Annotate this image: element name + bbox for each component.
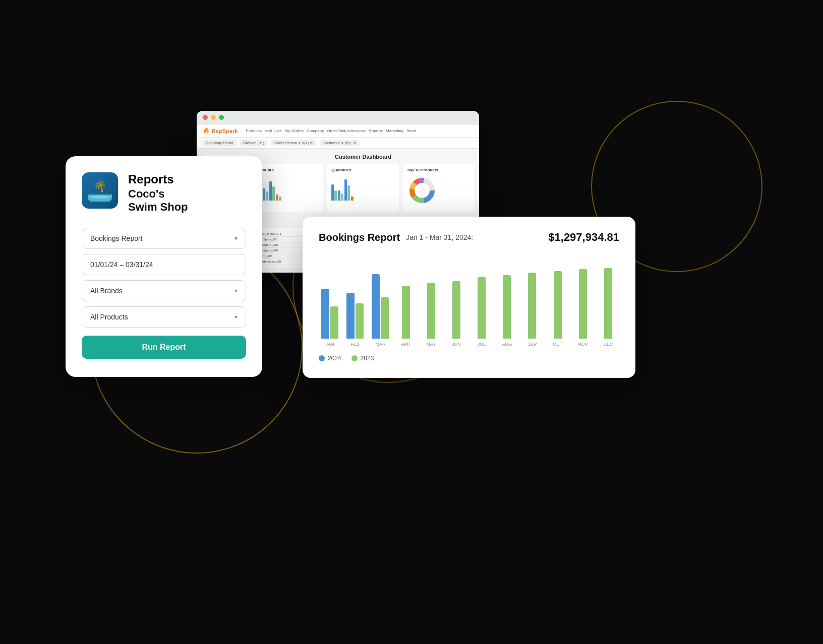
chevron-down-icon-brands: ▾ [234,287,238,294]
nav-company[interactable]: Company [307,128,324,133]
bar-month-label: APR [401,342,410,347]
bar-item [331,184,334,201]
bars-container [579,263,587,339]
bar-2023 [503,275,511,339]
nav-reports[interactable]: Reports [369,128,383,133]
bar-month-label: NOV [578,342,588,347]
bar-month-label: OCT [553,342,562,347]
legend-dot-2023 [351,355,358,361]
bar-item [338,190,340,201]
sub-nav-sales[interactable]: Sales Person ∨ 9(1) ✕ [271,140,316,146]
bar-item [279,197,281,201]
chevron-down-icon: ▾ [234,235,238,242]
nav-items: Products Visit Lists My Orders Company O… [246,128,416,133]
bar-month-group: MAY [420,263,442,347]
bars-container [427,263,435,339]
bars-container [503,263,511,339]
bar-item [334,190,337,201]
bar-2023 [381,297,389,339]
top-products-chart-box: Top 10 Products [403,164,474,212]
shop-name: Coco'sSwim Shop [128,187,188,214]
bar-month-label: DEC [603,342,613,347]
legend-2023: 2023 [351,355,374,362]
brands-label: All Brands [90,287,123,295]
sub-nav-division[interactable]: Division (3+) [240,140,267,146]
bar-month-group: OCT [547,263,569,347]
chevron-down-icon-products: ▾ [234,313,238,320]
amounts-chart-box: Amounts [252,164,323,212]
nav-marketing[interactable]: Marketing [386,128,403,133]
bar-month-group: JAN [319,263,341,347]
bookings-card: Bookings Report Jan 1 - Mar 31, 2024: $1… [303,217,635,378]
repspark-logo: 🔥 RepSpark [203,127,238,134]
logo-icon: 🔥 [203,127,210,134]
quantities-bar-chart [331,175,394,201]
fullscreen-dot [219,115,224,120]
palm-tree-icon: 🌴 [93,180,107,193]
sub-nav-company[interactable]: Company Demo [203,140,236,146]
bar-item [341,194,343,201]
bars-container [528,263,536,339]
report-type-dropdown[interactable]: Bookings Report ▾ [82,228,246,249]
bar-2023 [604,268,612,339]
bar-2024 [346,293,355,339]
products-dropdown[interactable]: All Products ▾ [82,306,246,328]
bars-container [478,263,486,339]
bar-2023 [356,303,364,339]
nav-products[interactable]: Products [246,128,262,133]
bar-month-label: JAN [326,342,334,347]
amounts-title: Amounts [256,168,319,172]
bar-item [263,188,265,201]
nav-store[interactable]: Store [406,128,416,133]
reports-heading: Reports [128,172,188,186]
bar-item [266,191,268,201]
sub-nav-customer[interactable]: Customer ∨ (5)+ ✕ [320,140,359,146]
browser-chrome [197,111,479,124]
bar-item [276,195,278,201]
legend-label-2024: 2024 [328,355,341,362]
date-range-field[interactable]: 01/01/24 – 03/31/24 [82,254,246,275]
navbar: 🔥 RepSpark Products Visit Lists My Order… [197,124,479,138]
nav-visits[interactable]: Visit Lists [265,128,282,133]
bar-2024 [321,289,329,339]
bar-2023 [427,283,435,339]
bar-2023 [478,277,486,339]
bar-month-group: FEB [344,263,366,347]
bar-2023 [330,306,338,339]
bars-container [346,263,364,339]
sub-nav: Company Demo Division (3+) Sales Person … [197,138,479,149]
reports-card: 🌴 Reports Coco'sSwim Shop Bookings Repor… [66,156,262,377]
bar-month-group: JUL [471,263,493,347]
bar-2023 [554,271,562,339]
svg-point-7 [418,186,426,195]
reports-fields: Bookings Report ▾ 01/01/24 – 03/31/24 Al… [82,228,246,359]
bar-2023 [528,273,536,339]
bar-2023 [579,269,587,339]
bars-container [452,263,460,339]
customer-dashboard-title: Customer Dashboard [252,154,474,160]
bookings-chart: JANFEBMARAPRMAYJUNJULAUGSEPOCTNOVDEC [319,256,619,347]
date-range-value: 01/01/24 – 03/31/24 [90,261,153,269]
report-type-label: Bookings Report [90,234,143,242]
charts-row: Amounts [252,164,474,212]
bar-month-group: SEP [521,263,543,347]
bars-container [604,263,612,339]
run-report-button[interactable]: Run Report [82,336,246,359]
bar-2023 [452,281,460,339]
quantities-title: Quantities [331,168,394,172]
shop-logo: 🌴 [82,172,118,209]
legend-dot-2024 [319,355,325,361]
chart-legend: 2024 2023 [319,355,619,362]
donut-chart [407,175,437,206]
legend-2024: 2024 [319,355,341,362]
bar-month-group: AUG [496,263,518,347]
bars-container [372,263,389,339]
bookings-date: Jan 1 - Mar 31, 2024: [406,233,473,241]
minimize-dot [211,115,216,120]
nav-order-status[interactable]: Order Status/Invoices [327,128,366,133]
amounts-bar-chart [256,175,319,201]
nav-orders[interactable]: My Orders [285,128,304,133]
legend-label-2023: 2023 [361,355,374,362]
brands-dropdown[interactable]: All Brands ▾ [82,280,246,301]
bar-month-label: SEP [527,342,537,347]
